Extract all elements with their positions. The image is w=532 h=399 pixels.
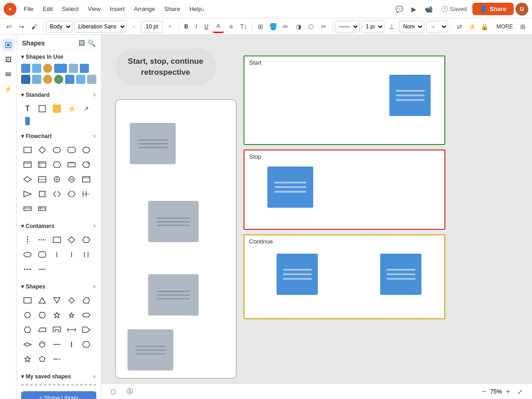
line-weight-select[interactable]: 1 px — [361, 21, 384, 33]
waypoint-icon[interactable]: ⊥ — [386, 20, 397, 33]
list-item[interactable] — [80, 309, 93, 321]
play-icon[interactable]: ▶ — [408, 3, 421, 16]
list-item[interactable] — [36, 294, 49, 307]
font-select[interactable]: Liberation Sans — [74, 21, 127, 33]
list-item[interactable] — [21, 64, 30, 73]
font-size-increase-icon[interactable]: + — [165, 20, 176, 33]
shape-edit-icon[interactable]: ⬡ — [305, 20, 316, 33]
list-item[interactable]: T — [21, 102, 34, 115]
zoom-out-button[interactable]: − — [480, 387, 488, 397]
section-standard[interactable]: ▾ Standard × — [17, 88, 101, 100]
text-format-icon[interactable]: T↕ — [238, 20, 249, 33]
font-color-icon[interactable]: A — [213, 20, 224, 33]
list-item[interactable] — [21, 294, 34, 307]
menu-file[interactable]: File — [20, 4, 37, 14]
list-item[interactable] — [25, 117, 30, 125]
list-item[interactable] — [21, 263, 34, 276]
underline-button[interactable]: U — [202, 22, 211, 31]
list-item[interactable] — [65, 233, 78, 246]
list-item[interactable] — [50, 323, 63, 336]
list-item[interactable] — [54, 64, 67, 73]
list-item[interactable] — [65, 338, 78, 351]
list-item[interactable] — [148, 274, 199, 316]
video-icon[interactable]: 📹 — [422, 3, 435, 16]
menu-insert[interactable]: Insert — [106, 4, 128, 14]
list-item[interactable] — [43, 75, 52, 84]
list-item[interactable] — [36, 144, 49, 156]
list-item[interactable] — [148, 201, 199, 242]
list-item[interactable] — [36, 233, 49, 246]
list-item[interactable] — [80, 158, 93, 171]
font-size-decrease-icon[interactable]: – — [128, 20, 139, 33]
bold-button[interactable]: B — [182, 22, 191, 31]
crop-icon[interactable]: ✂ — [318, 20, 329, 33]
plugin-panel-icon[interactable]: ⚡ — [2, 83, 15, 95]
section-shapes-in-use[interactable]: ▾ Shapes In Use — [17, 50, 101, 62]
search-icon[interactable]: 🔍 — [88, 39, 95, 47]
menu-view[interactable]: View — [84, 4, 105, 14]
menu-share[interactable]: Share — [161, 4, 184, 14]
list-item[interactable] — [50, 233, 63, 246]
copy-style-icon[interactable]: ⇄ — [454, 20, 465, 33]
list-item[interactable] — [50, 338, 63, 351]
section-close-containers-icon[interactable]: × — [93, 222, 96, 230]
list-item[interactable] — [36, 102, 49, 115]
list-item[interactable] — [277, 254, 318, 295]
list-item[interactable] — [50, 173, 63, 186]
list-item[interactable] — [36, 202, 49, 215]
canvas-area[interactable]: Start, stop, continueretrospective — [101, 35, 532, 399]
list-item[interactable] — [21, 188, 34, 200]
list-item[interactable] — [36, 188, 49, 200]
list-item[interactable] — [80, 248, 93, 261]
saved-button[interactable]: 🕐 Saved — [437, 4, 471, 14]
list-item[interactable] — [50, 309, 63, 321]
list-item[interactable] — [80, 64, 89, 73]
list-item[interactable] — [36, 173, 49, 186]
list-item[interactable] — [76, 75, 85, 84]
opacity-icon[interactable]: ◑ — [293, 20, 304, 33]
comment-icon[interactable]: 💬 — [393, 3, 406, 16]
format-painter-icon[interactable]: 🖌 — [29, 20, 40, 33]
list-item[interactable] — [21, 158, 34, 171]
list-item[interactable] — [80, 233, 93, 246]
list-item[interactable] — [50, 188, 63, 200]
style-select[interactable]: Body — [46, 21, 72, 33]
list-item[interactable] — [65, 309, 78, 321]
layers-panel-icon[interactable] — [2, 68, 15, 81]
list-item[interactable] — [65, 173, 78, 186]
image-panel-icon[interactable]: 🖼 — [2, 53, 15, 66]
text-align-icon[interactable]: ≡ — [226, 20, 237, 33]
list-item[interactable] — [65, 294, 78, 307]
stroke-color-icon[interactable]: ✏ — [280, 20, 291, 33]
list-item[interactable] — [69, 64, 78, 73]
list-item[interactable] — [36, 309, 49, 321]
list-item[interactable] — [36, 263, 49, 276]
undo-icon[interactable]: ↩ — [4, 20, 15, 33]
app-logo[interactable] — [4, 3, 17, 16]
list-item[interactable] — [21, 75, 30, 84]
more-button[interactable]: MORE — [494, 22, 516, 31]
list-item[interactable] — [36, 158, 49, 171]
panel-toggle-icon[interactable]: ⊞ — [518, 20, 529, 33]
shapes-panel-icon[interactable] — [2, 39, 15, 51]
list-item[interactable] — [80, 173, 93, 186]
list-item[interactable] — [53, 105, 61, 113]
list-item[interactable] — [32, 64, 41, 73]
list-item[interactable] — [21, 309, 34, 321]
list-item[interactable] — [127, 329, 173, 371]
section-close-shapes-icon[interactable]: × — [93, 283, 96, 290]
image-search-icon[interactable]: 🖼 — [78, 39, 85, 47]
list-item[interactable] — [36, 248, 49, 261]
list-item[interactable] — [21, 233, 34, 246]
zoom-in-button[interactable]: + — [504, 387, 512, 397]
arrow-start-select[interactable]: None — [399, 21, 424, 33]
list-item[interactable] — [65, 158, 78, 171]
list-item[interactable] — [36, 338, 49, 351]
list-item[interactable] — [80, 294, 93, 307]
list-item[interactable] — [32, 75, 41, 84]
fill-color-icon[interactable]: 🪣 — [268, 20, 279, 33]
list-item[interactable] — [21, 173, 34, 186]
section-containers[interactable]: ▾ Containers × — [17, 219, 101, 232]
list-item[interactable] — [43, 64, 52, 73]
lock-icon[interactable]: 🔒 — [479, 20, 490, 33]
